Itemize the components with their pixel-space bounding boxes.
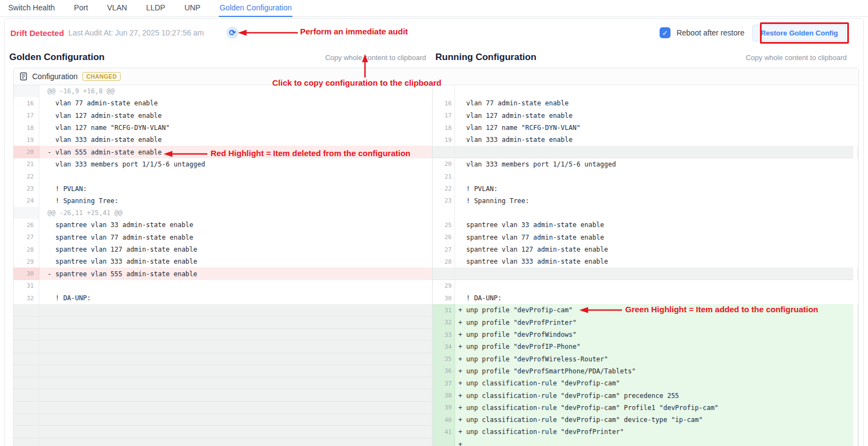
diff-right-code: + unp classification-rule "devProfip-cam… <box>455 377 858 389</box>
diff-left-code: spantree vlan 77 admin-state enable <box>39 231 432 243</box>
diff-body: @@ -16,9 +16,8 @@ 16 vlan 77 admin-state… <box>14 85 858 446</box>
tab-unp[interactable]: UNP <box>184 0 201 16</box>
diff-row: 26 spantree vlan 33 admin-state enable 2… <box>14 219 858 231</box>
diff-left-code <box>39 402 432 414</box>
diff-row: 18 vlan 127 name "RCFG-DYN-VLAN" 18 vlan… <box>14 122 858 134</box>
diff-left-code <box>39 438 432 446</box>
diff-left-line-number <box>14 85 39 97</box>
diff-left-line-number: 24 <box>14 195 39 207</box>
diff-row: 33 + unp profile "devProfWindows" <box>14 329 858 341</box>
diff-left-line-number <box>14 426 39 438</box>
changed-badge: CHANGED <box>82 72 121 81</box>
diff-left-line-number: 28 <box>14 243 39 255</box>
diff-row: 31 29 <box>14 280 858 292</box>
tab-golden-configuration[interactable]: Golden Configuration <box>219 0 292 17</box>
diff-right-line-number: 28 <box>432 255 455 267</box>
diff-right-line-number: 27 <box>432 243 455 255</box>
diff-right-code: ! Spanning Tree: <box>455 195 858 207</box>
configuration-diff-panel: Configuration CHANGED @@ -16,9 +16,8 @@ … <box>13 68 859 446</box>
diff-file-label: Configuration <box>32 72 77 81</box>
toolbar-right-group: ✓ Reboot after restore Restore Golden Co… <box>660 25 846 41</box>
diff-row: 40 + unp classification-rule "devProfip-… <box>14 414 858 426</box>
diff-right-code: + unp classification-rule "devProfPrinte… <box>455 426 858 438</box>
diff-left-code <box>39 426 432 438</box>
diff-left-line-number: 29 <box>14 255 39 267</box>
tab-switch-health[interactable]: Switch Health <box>8 0 56 16</box>
diff-left-line-number: 26 <box>14 219 39 231</box>
diff-right-line-number: 37 <box>432 377 455 389</box>
diff-row: 36 + unp profile "devProfSmartPhone/PDA/… <box>14 365 858 377</box>
diff-right-code <box>455 85 858 97</box>
diff-right-code: vlan 333 admin-state enable <box>455 134 858 146</box>
diff-left-code: ! Spanning Tree: <box>39 195 432 207</box>
diff-right-code: + unp profile "devProfSmartPhone/PDA/Tab… <box>455 365 858 377</box>
diff-right-line-number: 20 <box>432 158 455 170</box>
diff-left-code: - spantree vlan 555 admin-state enable <box>39 267 432 280</box>
diff-right-code: + unp profile "devProfip-cam" <box>455 304 858 316</box>
diff-row: 19 vlan 333 admin-state enable 19 vlan 3… <box>14 134 858 146</box>
diff-row: 28 spantree vlan 127 admin-state enable … <box>14 243 858 255</box>
diff-left-code: spantree vlan 127 admin-state enable <box>39 243 432 255</box>
diff-row: 37 + unp classification-rule "devProfip-… <box>14 377 858 389</box>
diff-right-line-number: 38 <box>432 389 455 401</box>
diff-right-code: + unp classification-rule "devProfip-cam… <box>455 414 858 426</box>
diff-row: 23 ! PVLAN: 22 ! PVLAN: <box>14 182 858 194</box>
diff-right-line-number: 26 <box>432 231 455 243</box>
tab-lldp[interactable]: LLDP <box>146 0 166 16</box>
diff-right-code: spantree vlan 33 admin-state enable <box>455 219 858 231</box>
diff-row: 29 spantree vlan 333 admin-state enable … <box>14 255 858 267</box>
tab-port[interactable]: Port <box>74 0 89 16</box>
document-icon <box>20 72 27 81</box>
tab-vlan[interactable]: VLAN <box>106 0 128 16</box>
golden-heading-half: Golden Configuration Copy whole content … <box>5 52 432 63</box>
copy-golden-content-link[interactable]: Copy whole content to clipboard <box>325 53 426 62</box>
diff-right-code <box>455 280 858 292</box>
diff-row: 27 spantree vlan 77 admin-state enable 2… <box>14 231 858 243</box>
diff-right-code <box>455 267 858 280</box>
running-configuration-title: Running Configuration <box>435 52 536 63</box>
diff-left-line-number: 31 <box>14 280 39 292</box>
diff-row: + <box>14 438 858 446</box>
diff-right-code: + unp profile "devProfPrinter" <box>455 317 858 329</box>
diff-left-code <box>39 414 432 426</box>
diff-row: 16 vlan 77 admin-state enable 16 vlan 77… <box>14 97 858 109</box>
copy-running-content-link[interactable]: Copy whole content to clipboard <box>746 53 847 62</box>
diff-scrollbar[interactable] <box>853 86 857 446</box>
diff-left-code <box>39 317 432 329</box>
drift-toolbar: Drift Detected Last Audit At: Jun 27, 20… <box>5 19 863 47</box>
diff-left-line-number: 21 <box>14 158 39 170</box>
diff-row: 39 + unp classification-rule "devProfip-… <box>14 402 858 414</box>
diff-left-line-number <box>14 353 39 365</box>
diff-right-line-number: 30 <box>432 292 455 304</box>
run-audit-sync-icon[interactable]: ⟳ <box>226 27 238 39</box>
diff-right-code: vlan 127 name "RCFG-DYN-VLAN" <box>455 122 858 134</box>
diff-left-code: spantree vlan 333 admin-state enable <box>39 255 432 267</box>
diff-left-code <box>39 304 432 316</box>
diff-right-line-number: 31 <box>432 304 455 316</box>
diff-right-line-number: 33 <box>432 329 455 341</box>
diff-right-code: + unp classification-rule "devProfip-cam… <box>455 402 858 414</box>
diff-right-line-number: 21 <box>432 170 455 182</box>
diff-right-line-number <box>432 438 455 446</box>
diff-right-line-number: 22 <box>432 182 455 194</box>
diff-left-code: vlan 127 admin-state enable <box>39 110 432 122</box>
diff-row: 21 vlan 333 members port 1/1/5-6 untagge… <box>14 158 858 170</box>
diff-row: 20 - vlan 555 admin-state enable <box>14 146 858 158</box>
diff-left-line-number: 16 <box>14 97 39 109</box>
diff-row: 34 + unp profile "devProfIP-Phone" <box>14 341 858 353</box>
diff-row: @@ -16,9 +16,8 @@ <box>14 85 858 97</box>
diff-left-code <box>39 353 432 365</box>
diff-left-line-number: 20 <box>14 146 39 158</box>
golden-configuration-title: Golden Configuration <box>9 52 105 63</box>
diff-right-code: + unp classification-rule "devProfip-cam… <box>455 389 858 401</box>
diff-right-line-number: 29 <box>432 280 455 292</box>
diff-file-header: Configuration CHANGED <box>14 68 858 85</box>
diff-left-line-number: 23 <box>14 182 39 194</box>
diff-left-line-number <box>14 414 39 426</box>
reboot-after-restore-checkbox[interactable]: ✓ <box>660 27 671 38</box>
diff-right-line-number: 36 <box>432 365 455 377</box>
diff-right-line-number: 16 <box>432 97 455 109</box>
restore-golden-config-button[interactable]: Restore Golden Config <box>752 25 846 41</box>
diff-right-code: + unp profile "devProfWireless-Router" <box>455 353 858 365</box>
diff-right-line-number: 32 <box>432 317 455 329</box>
